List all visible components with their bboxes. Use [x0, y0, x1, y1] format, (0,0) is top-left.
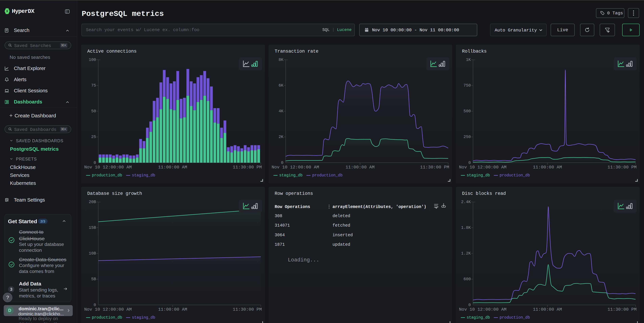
- svg-text:5B: 5B: [91, 277, 96, 282]
- svg-text:1.8K: 1.8K: [461, 226, 471, 230]
- svg-text:1871: 1871: [275, 242, 285, 247]
- svg-text:10B: 10B: [89, 251, 96, 256]
- svg-text:1K: 1K: [466, 58, 471, 62]
- svg-text:updated: updated: [332, 242, 350, 247]
- svg-text:arrayElement(Attributes, 'oper: arrayElement(Attributes, 'operation'): [332, 204, 426, 209]
- svg-text:production_db: production_db: [312, 173, 342, 178]
- svg-text:3064: 3064: [275, 233, 285, 238]
- svg-text:production_db: production_db: [92, 316, 122, 320]
- svg-text:11:30:00 PM: 11:30:00 PM: [608, 165, 636, 170]
- svg-text:0: 0: [94, 160, 96, 165]
- svg-text:250: 250: [464, 134, 471, 139]
- svg-text:Nov 10 12:00:00 AM: Nov 10 12:00:00 AM: [84, 165, 132, 170]
- svg-text:20B: 20B: [89, 200, 96, 204]
- svg-text:11:30:00 PM: 11:30:00 PM: [233, 307, 262, 312]
- svg-text:25: 25: [91, 134, 96, 139]
- svg-text:staging_db: staging_db: [466, 316, 490, 320]
- svg-text:deleted: deleted: [332, 214, 350, 218]
- svg-text:production_db: production_db: [500, 316, 530, 320]
- svg-text:Nov 10 12:00:00 AM: Nov 10 12:00:00 AM: [459, 307, 506, 312]
- svg-text:11:00:00 AM: 11:00:00 AM: [158, 165, 187, 170]
- svg-text:600: 600: [464, 277, 471, 282]
- svg-text:11:30:00 PM: 11:30:00 PM: [420, 165, 449, 170]
- svg-text:100: 100: [89, 58, 96, 62]
- svg-text:inserted: inserted: [332, 233, 353, 238]
- svg-text:0: 0: [94, 303, 96, 307]
- svg-text:staging_db: staging_db: [132, 316, 155, 320]
- svg-text:11:30:00 PM: 11:30:00 PM: [608, 307, 636, 312]
- svg-text:6K: 6K: [278, 83, 284, 88]
- svg-text:11:00:00 AM: 11:00:00 AM: [158, 307, 187, 312]
- svg-text:75: 75: [91, 83, 96, 88]
- svg-text:308: 308: [275, 214, 282, 218]
- svg-text:4K: 4K: [278, 109, 284, 114]
- svg-text:0: 0: [281, 160, 284, 165]
- svg-text:Nov 10 12:00:00 AM: Nov 10 12:00:00 AM: [84, 307, 132, 312]
- svg-text:staging_db: staging_db: [279, 173, 302, 178]
- svg-text:0: 0: [468, 303, 471, 307]
- svg-text:Nov 10 12:00:00 AM: Nov 10 12:00:00 AM: [459, 165, 506, 170]
- svg-text:Loading...: Loading...: [288, 257, 319, 263]
- svg-text:11:30:00 PM: 11:30:00 PM: [233, 165, 262, 170]
- svg-text:750: 750: [464, 83, 471, 88]
- svg-text:8K: 8K: [278, 58, 284, 62]
- svg-text:1.2K: 1.2K: [461, 251, 471, 256]
- svg-text:2K: 2K: [278, 134, 284, 139]
- svg-text:production_db: production_db: [500, 173, 530, 178]
- svg-text:Row Operations: Row Operations: [275, 204, 310, 209]
- svg-text:11:00:00 AM: 11:00:00 AM: [346, 165, 374, 170]
- svg-text:11:00:00 AM: 11:00:00 AM: [533, 307, 562, 312]
- svg-text:2.4K: 2.4K: [461, 200, 471, 204]
- svg-text:staging_db: staging_db: [132, 173, 155, 178]
- svg-text:50: 50: [91, 109, 96, 114]
- svg-text:314071: 314071: [275, 223, 290, 228]
- svg-text:15B: 15B: [89, 226, 96, 230]
- svg-text:production_db: production_db: [92, 173, 122, 178]
- svg-text:11:00:00 AM: 11:00:00 AM: [533, 165, 562, 170]
- svg-text:fetched: fetched: [332, 223, 350, 228]
- svg-text:staging_db: staging_db: [466, 173, 490, 178]
- svg-text:0: 0: [468, 160, 471, 165]
- svg-text:500: 500: [464, 109, 471, 114]
- svg-text:Nov 10 12:00:00 AM: Nov 10 12:00:00 AM: [272, 165, 319, 170]
